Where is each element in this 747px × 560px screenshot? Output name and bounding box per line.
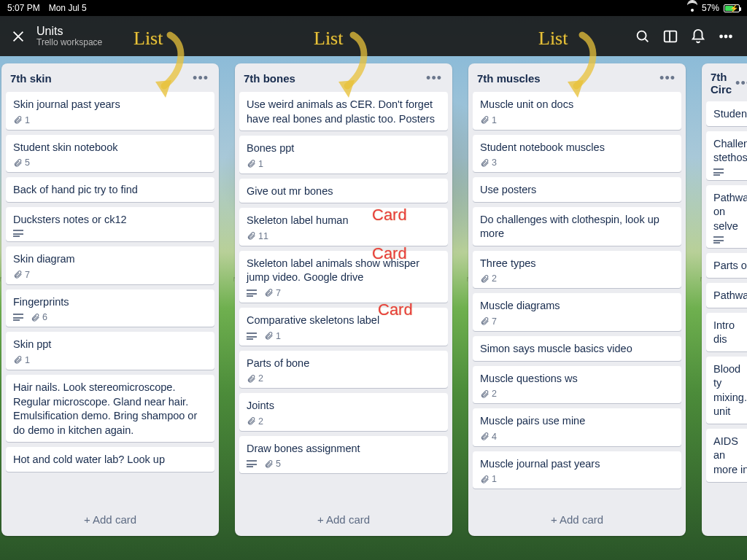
list-header[interactable]: 7th Circ••• bbox=[702, 63, 747, 101]
list-header[interactable]: 7th muscles••• bbox=[468, 63, 686, 92]
attachment-count: 2 bbox=[258, 416, 263, 427]
card[interactable]: Draw bones assignment5 bbox=[239, 436, 448, 474]
card-title: Skin ppt bbox=[13, 338, 207, 352]
list-header[interactable]: 7th bones••• bbox=[235, 63, 452, 92]
list-menu-button[interactable]: ••• bbox=[423, 71, 445, 86]
board-area[interactable]: 7th skin•••Skin journal past years1Stude… bbox=[0, 56, 747, 560]
card[interactable]: Skin journal past years1 bbox=[6, 92, 214, 130]
card[interactable]: Skin diagram7 bbox=[6, 246, 214, 284]
list-menu-button[interactable]: ••• bbox=[657, 71, 678, 86]
add-card-button[interactable]: + Add card bbox=[468, 504, 686, 536]
card-badges: 1 bbox=[247, 331, 441, 341]
list: 7th muscles•••Muscle unit on docs1Studen… bbox=[468, 63, 686, 536]
card[interactable]: Pathwa on selve bbox=[706, 185, 747, 249]
card[interactable]: Parts of bbox=[706, 253, 747, 278]
list-cards[interactable]: Muscle unit on docs1Student notebook mus… bbox=[468, 92, 686, 504]
add-card-button[interactable]: + Add card bbox=[1, 504, 219, 536]
list-header[interactable]: 7th skin••• bbox=[1, 63, 219, 92]
attachment-badge: 2 bbox=[247, 373, 263, 384]
add-card-button[interactable]: + Add card bbox=[235, 504, 452, 536]
card[interactable]: Use weird animals as CER. Don't forget h… bbox=[239, 92, 448, 131]
card[interactable]: Give out mr bones bbox=[239, 179, 448, 203]
card[interactable]: Hair nails. Look stereomicroscope. Regul… bbox=[6, 375, 214, 442]
card[interactable]: Muscle unit on docs1 bbox=[473, 92, 681, 130]
card[interactable]: Ducksters notes or ck12 bbox=[6, 207, 214, 242]
card[interactable]: Skeleton label animals show whisper jump… bbox=[239, 251, 448, 303]
card-badges bbox=[713, 168, 747, 176]
card-title: Challen stethos bbox=[713, 137, 747, 166]
card-title: Use posters bbox=[480, 183, 674, 198]
card[interactable]: Challen stethos bbox=[706, 131, 747, 180]
card-title: Muscle pairs use mine bbox=[480, 414, 674, 429]
attachment-count: 1 bbox=[492, 474, 497, 484]
description-icon bbox=[247, 332, 257, 340]
card[interactable]: Hot and cold water lab? Look up bbox=[6, 447, 214, 472]
card[interactable]: Student bbox=[706, 101, 747, 126]
card[interactable]: Three types2 bbox=[473, 251, 681, 289]
card[interactable]: Do challenges with clothespin, look up m… bbox=[473, 207, 681, 246]
attachment-count: 1 bbox=[25, 355, 30, 365]
card-badges bbox=[713, 236, 747, 244]
card-badges: 6 bbox=[13, 312, 207, 322]
close-button[interactable] bbox=[7, 26, 29, 47]
card[interactable]: Parts of bone2 bbox=[239, 351, 448, 389]
description-icon bbox=[247, 289, 257, 297]
list-cards[interactable]: Skin journal past years1Student skin not… bbox=[1, 92, 219, 504]
card[interactable]: Intro dis bbox=[706, 313, 747, 351]
list-menu-button[interactable]: ••• bbox=[190, 71, 212, 86]
list-title[interactable]: 7th muscles bbox=[477, 72, 657, 85]
list-menu-button[interactable]: ••• bbox=[732, 76, 747, 91]
card-title: Hot and cold water lab? Look up bbox=[13, 453, 207, 467]
card[interactable]: Skeleton label human11 bbox=[239, 208, 448, 246]
attachment-badge: 3 bbox=[480, 158, 497, 168]
card-badges: 7 bbox=[247, 288, 441, 298]
attachment-count: 2 bbox=[492, 389, 497, 399]
card[interactable]: Comparative skeletons label1 bbox=[239, 308, 448, 346]
more-button[interactable] bbox=[712, 23, 740, 50]
card-title: Simon says muscle basics video bbox=[480, 342, 674, 357]
card[interactable]: Student skin notebook5 bbox=[6, 135, 214, 173]
card[interactable]: Pathwa bbox=[706, 283, 747, 308]
attachment-count: 1 bbox=[25, 115, 30, 125]
card-title: Student notebook muscles bbox=[480, 141, 674, 155]
attachment-badge: 4 bbox=[480, 432, 497, 442]
list-cards[interactable]: StudentChallen stethosPathwa on selvePar… bbox=[702, 101, 747, 536]
boards-button[interactable] bbox=[657, 23, 684, 50]
attachment-badge: 1 bbox=[247, 159, 263, 169]
list-title[interactable]: 7th skin bbox=[10, 72, 190, 85]
card[interactable]: Blood ty mixing. unit bbox=[706, 357, 747, 424]
card-title: Fingerprints bbox=[13, 295, 207, 310]
card[interactable]: Back of hand pic try to find bbox=[6, 177, 214, 202]
list-title[interactable]: 7th bones bbox=[244, 72, 423, 85]
search-button[interactable] bbox=[629, 23, 657, 50]
card-title: Bones ppt bbox=[247, 141, 441, 156]
card[interactable]: Fingerprints6 bbox=[6, 289, 214, 327]
card[interactable]: Simon says muscle basics video bbox=[473, 336, 681, 361]
card[interactable]: Use posters bbox=[473, 177, 681, 202]
card[interactable]: AIDS an more in bbox=[706, 429, 747, 482]
notifications-button[interactable] bbox=[684, 23, 712, 50]
card[interactable]: Bones ppt1 bbox=[239, 136, 448, 174]
board-title-block[interactable]: Units Trello workspace bbox=[36, 25, 102, 48]
attachment-count: 6 bbox=[42, 312, 47, 322]
card[interactable]: Muscle diagrams7 bbox=[473, 293, 681, 331]
card-title: Give out mr bones bbox=[247, 184, 441, 199]
card[interactable]: Student notebook muscles3 bbox=[473, 135, 681, 173]
card-title: Ducksters notes or ck12 bbox=[13, 213, 207, 228]
list-cards[interactable]: Use weird animals as CER. Don't forget h… bbox=[235, 92, 452, 504]
attachment-badge: 5 bbox=[264, 459, 281, 469]
card-badges: 2 bbox=[247, 373, 441, 384]
description-icon bbox=[247, 460, 257, 467]
list-title[interactable]: 7th Circ bbox=[711, 71, 732, 96]
attachment-count: 3 bbox=[492, 158, 497, 168]
card-badges: 1 bbox=[13, 355, 207, 365]
card[interactable]: Muscle questions ws2 bbox=[473, 366, 681, 404]
card[interactable]: Muscle pairs use mine4 bbox=[473, 408, 681, 446]
card-badges: 1 bbox=[480, 474, 674, 484]
card[interactable]: Skin ppt1 bbox=[6, 332, 214, 370]
card[interactable]: Muscle journal past years1 bbox=[473, 451, 681, 489]
card-title: Parts of bbox=[713, 259, 747, 273]
card-badges: 2 bbox=[480, 273, 674, 284]
card[interactable]: Joints2 bbox=[239, 393, 448, 431]
status-bar: 5:07 PM Mon Jul 5 57% ⚡ bbox=[0, 0, 747, 16]
